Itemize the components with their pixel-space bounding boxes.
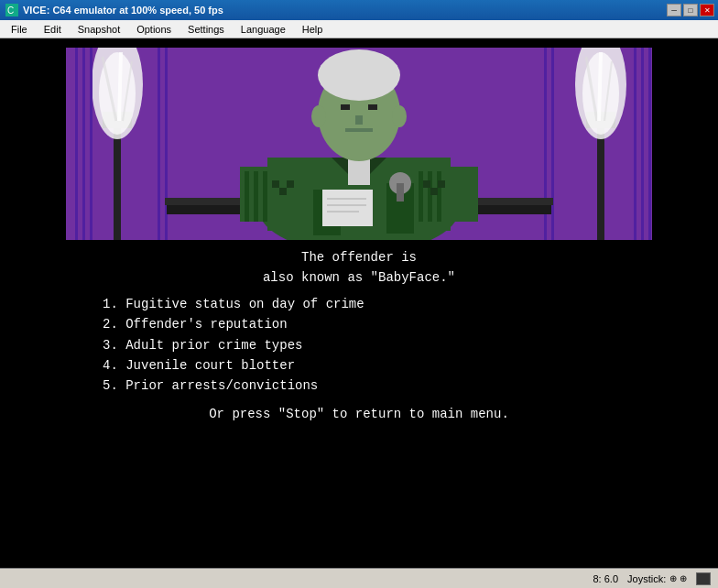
joystick-label: Joystick:: [627, 573, 666, 584]
svg-rect-40: [419, 171, 423, 222]
svg-rect-64: [430, 188, 438, 195]
svg-rect-57: [345, 128, 373, 132]
svg-point-58: [311, 105, 326, 127]
svg-rect-65: [438, 180, 445, 188]
menu-item-5: 5. Prior arrests/convictions: [103, 376, 643, 396]
svg-line-22: [599, 52, 601, 121]
svg-rect-63: [423, 180, 430, 188]
svg-rect-34: [348, 158, 370, 185]
svg-rect-24: [551, 48, 554, 240]
svg-rect-56: [355, 115, 363, 125]
svg-rect-14: [158, 48, 160, 240]
menu-item-3: 3. Adult prior crime types: [103, 335, 643, 355]
maximize-button[interactable]: □: [683, 4, 698, 16]
menu-language[interactable]: Language: [234, 22, 293, 37]
disk-icon: [696, 572, 711, 585]
svg-rect-26: [634, 48, 636, 240]
svg-rect-44: [322, 190, 373, 226]
svg-point-53: [318, 49, 400, 101]
emulator-screen: The offender is also known as "BabyFace.…: [0, 38, 718, 568]
svg-rect-11: [75, 48, 78, 240]
menu-item-1: 1. Fugitive status on day of crime: [103, 294, 643, 314]
menu-bar: File Edit Snapshot Options Settings Lang…: [0, 20, 718, 38]
svg-rect-35: [240, 167, 304, 222]
menu-edit[interactable]: Edit: [37, 22, 69, 37]
joystick-icon: ⊕ ⊕: [669, 573, 687, 583]
svg-rect-27: [641, 48, 644, 240]
svg-rect-62: [287, 180, 294, 188]
c64-display: The offender is also known as "BabyFace.…: [57, 48, 661, 469]
svg-rect-13: [90, 48, 92, 240]
game-scene: [66, 48, 652, 240]
joystick-status: Joystick: ⊕ ⊕: [627, 573, 687, 584]
speed-value: 8: 6.0: [593, 573, 619, 584]
svg-rect-41: [428, 171, 432, 222]
menu-item-2: 2. Offender's reputation: [103, 314, 643, 334]
title-bar: C VICE: C64 emulator at 100% speed, 50 f…: [0, 0, 718, 20]
menu-item-4: 4. Juvenile court blotter: [103, 355, 643, 376]
close-button[interactable]: ✕: [700, 4, 714, 16]
stop-instruction: Or press "Stop" to return to main menu.: [75, 404, 643, 424]
svg-rect-61: [279, 188, 287, 195]
svg-line-9: [119, 52, 121, 121]
menu-snapshot[interactable]: Snapshot: [71, 22, 127, 37]
minimize-button[interactable]: ─: [667, 4, 681, 16]
svg-rect-54: [341, 104, 350, 110]
intro-text: The offender is also known as "BabyFace.…: [75, 247, 643, 289]
svg-text:C: C: [7, 5, 14, 16]
game-text-area: The offender is also known as "BabyFace.…: [66, 240, 652, 431]
svg-point-59: [392, 105, 407, 127]
intro-line1: The offender is: [301, 250, 417, 265]
window-title: VICE: C64 emulator at 100% speed, 50 fps: [23, 5, 223, 16]
svg-rect-38: [254, 171, 258, 222]
speed-display: 8: 6.0: [593, 573, 619, 584]
svg-rect-36: [414, 167, 478, 222]
menu-file[interactable]: File: [4, 22, 35, 37]
menu-help[interactable]: Help: [295, 22, 331, 37]
svg-rect-12: [82, 48, 85, 240]
menu-settings[interactable]: Settings: [180, 22, 232, 37]
svg-rect-50: [397, 183, 404, 201]
svg-rect-39: [263, 171, 267, 222]
svg-rect-42: [437, 171, 441, 222]
intro-line2: also known as "BabyFace.": [263, 270, 455, 285]
menu-options[interactable]: Options: [129, 22, 179, 37]
status-bar: 8: 6.0 Joystick: ⊕ ⊕: [0, 568, 718, 588]
svg-rect-28: [648, 48, 651, 240]
svg-rect-60: [272, 180, 279, 188]
svg-rect-37: [245, 171, 249, 222]
app-icon: C: [5, 4, 18, 16]
svg-rect-55: [368, 104, 377, 110]
